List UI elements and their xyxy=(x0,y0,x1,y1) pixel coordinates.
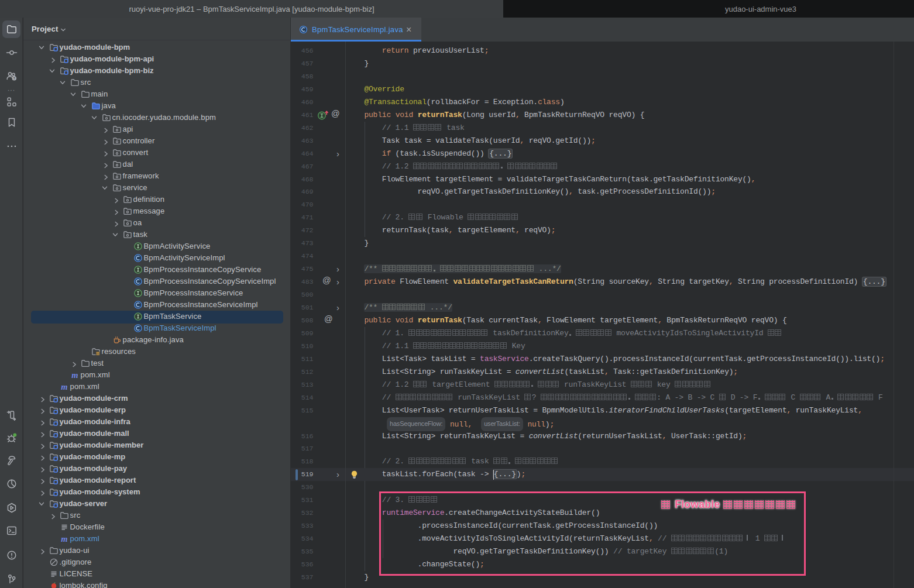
svg-text:m: m xyxy=(71,370,78,380)
svg-text:m: m xyxy=(61,534,67,544)
svg-text:m: m xyxy=(61,382,67,391)
